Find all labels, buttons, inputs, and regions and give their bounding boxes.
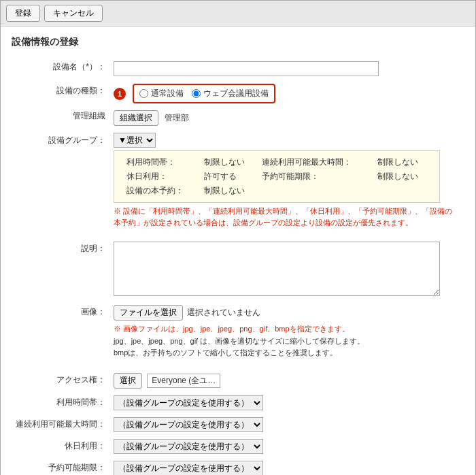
continuous-max-label: 連続利用可能最大時間： [258,155,373,169]
page-title: 設備情報の登録 [12,36,464,48]
equipment-type-label: 設備の種類： [56,86,105,95]
equipment-name-label: 設備名（*）： [12,58,109,80]
register-button-top[interactable]: 登録 [6,5,40,22]
continuous-field-cell: （設備グループの設定を使用する） [109,414,464,436]
holiday-use-cell: （設備グループの設定を使用する） [109,436,464,457]
equipment-type-label-cell: 設備の種類： [12,80,109,107]
reservation-limit-value: 制限しない [373,169,431,184]
no-file-text: 選択されていません [187,307,260,318]
access-cell: 選択 Everyone (全ユ… [109,370,464,392]
radio-normal-input[interactable] [139,89,148,98]
org-select-button[interactable]: 組織選択 [114,110,158,126]
radio-normal[interactable]: 通常設備 [139,88,184,99]
base-reservation-label: 設備の本予約： [122,184,200,198]
usage-time-field-cell: （設備グループの設定を使用する） [109,392,464,414]
image-label: 画像： [12,301,109,363]
description-cell [109,238,464,301]
badge-1: 1 [114,88,126,100]
equipment-name-input[interactable] [114,61,379,76]
reservation-period-label: 予約可能期限： [12,457,109,475]
usage-time-label: 利用時間帯： [122,155,200,169]
image-note3: bmpは、お手持ちのソフトで縮小して指定することを推奨します。 [114,347,460,359]
top-toolbar: 登録 キャンセル [1,1,475,27]
radio-normal-label: 通常設備 [151,88,184,99]
management-org-value: 管理部 [165,113,189,122]
image-note2: jpg、jpe、jpeg、png、gif は、画像を適切なサイズに縮小して保存し… [114,335,460,348]
equipment-name-cell [109,58,464,80]
holiday-value: 許可する [200,169,258,184]
access-label: アクセス権： [12,370,109,392]
continuous-field-label: 連続利用可能最大時間： [12,414,109,436]
reservation-period-cell: （設備グループの設定を使用する） [109,457,464,475]
equipment-group-label: 設備グループ： [12,129,109,231]
group-info-table: 利用時間帯： 制限しない 連続利用可能最大時間： 制限しない 休日利用： 許可す… [122,155,431,198]
cancel-button-top[interactable]: キャンセル [44,5,103,22]
usage-time-value: 制限しない [200,155,258,169]
image-cell: ファイルを選択 選択されていません ※ 画像ファイルは、jpg、jpe、jpeg… [109,301,464,363]
management-org-cell: 組織選択 管理部 [109,107,464,129]
radio-web-label: ウェブ会議用設備 [203,88,269,99]
management-org-label: 管理組織 [12,107,109,129]
description-textarea[interactable] [114,242,440,296]
image-note1: ※ 画像ファイルは、jpg、jpe、jpeg、png、gif、bmpを指定できま… [114,323,460,335]
holiday-select[interactable]: （設備グループの設定を使用する） [114,439,263,454]
description-label: 説明： [12,238,109,301]
holiday-use-label: 休日利用： [12,436,109,457]
reservation-period-select[interactable]: （設備グループの設定を使用する） [114,461,263,475]
continuous-select[interactable]: （設備グループの設定を使用する） [114,417,263,432]
continuous-max-value: 制限しない [373,155,431,169]
holiday-label: 休日利用： [122,169,200,184]
everyone-tag: Everyone (全ユ… [147,374,220,388]
radio-web[interactable]: ウェブ会議用設備 [192,88,269,99]
form-table: 設備名（*）： 設備の種類： 1 通常設備 [12,58,464,475]
reservation-limit-label: 予約可能期限： [258,169,373,184]
group-note: ※ 設備に「利用時間帯」、「連続利用可能最大時間」、「休日利用」、「予約可能期限… [114,206,454,228]
group-info-box: 利用時間帯： 制限しない 連続利用可能最大時間： 制限しない 休日利用： 許可す… [114,150,440,203]
base-reservation-value: 制限しない [200,184,258,198]
equipment-type-cell: 1 通常設備 ウェブ会議用設備 [109,80,464,107]
radio-web-input[interactable] [192,89,201,98]
usage-time-select[interactable]: （設備グループの設定を使用する） [114,395,263,410]
radio-group: 通常設備 ウェブ会議用設備 [133,84,275,103]
equipment-group-cell: ▼選択 利用時間帯： 制限しない 連続利用可能最大時間： 制限しない 休日利用： [109,129,464,231]
file-select-button[interactable]: ファイルを選択 [114,305,183,321]
group-select[interactable]: ▼選択 [114,133,156,148]
access-select-button[interactable]: 選択 [114,373,142,389]
usage-time-field-label: 利用時間帯： [12,392,109,414]
